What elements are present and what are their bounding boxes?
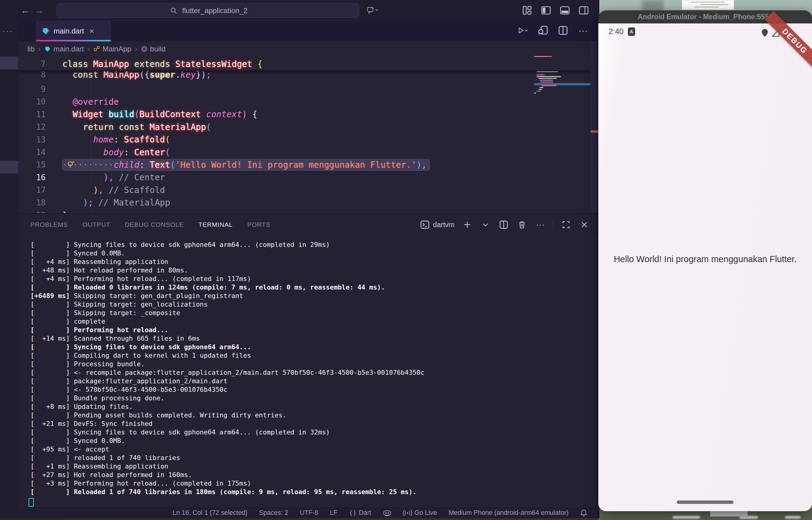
forward-button[interactable]: →	[32, 5, 46, 16]
code-text: }	[62, 210, 67, 213]
more-actions-icon[interactable]: ···	[578, 25, 589, 36]
statusbar-label: UTF-8	[300, 509, 318, 517]
line-number: 19	[18, 211, 46, 213]
toggle-panel-icon[interactable]	[560, 5, 570, 16]
statusbar-go-live[interactable]: Go Live	[403, 509, 437, 517]
command-center-search[interactable]: flutter_application_2	[57, 3, 359, 18]
code-line-18[interactable]: 18 ); // MaterialApp	[18, 197, 590, 209]
terminal-output[interactable]: [ ] Syncing files to device sdk gphone64…	[18, 236, 590, 506]
statusbar-notifications[interactable]	[580, 509, 587, 517]
breadcrumb-item-mainapp[interactable]: MainApp	[93, 45, 132, 53]
tab-close-icon[interactable]: ×	[89, 26, 94, 36]
maximize-panel-icon[interactable]	[561, 219, 572, 230]
terminal-dropdown-icon[interactable]	[480, 219, 491, 230]
open-changes-icon[interactable]	[538, 25, 548, 36]
code-line-16[interactable]: 16 ), // Center	[18, 171, 590, 184]
back-button[interactable]: ←	[18, 5, 32, 16]
breadcrumb-item-main-dart[interactable]: main.dart	[44, 45, 84, 53]
rail-decoration	[0, 161, 18, 174]
terminal-lines: [ ] Syncing files to device sdk gphone64…	[30, 240, 424, 496]
breadcrumb-label: lib	[27, 45, 35, 53]
statusbar-encoding[interactable]: UTF-8	[300, 509, 318, 517]
panel-tab-terminal[interactable]: TERMINAL	[198, 221, 233, 228]
dart-file-icon	[42, 27, 50, 35]
breadcrumb-separator: ›	[38, 45, 40, 53]
code-line-14[interactable]: 14 body: Center(	[18, 146, 590, 159]
terminal-instance-item[interactable]: dartvm	[420, 220, 454, 229]
terminal-line: [ ] Synced 0.0MB.	[30, 249, 424, 258]
emulator-status-bar: 2:40 A	[609, 27, 635, 36]
split-terminal-icon[interactable]	[498, 219, 509, 230]
line-number: 15	[18, 160, 46, 169]
editor-actions: ···	[517, 25, 589, 36]
code-text: ); // MaterialApp	[62, 198, 170, 208]
gesture-navigation-bar[interactable]	[677, 500, 733, 504]
code-line-17[interactable]: 17 ), // Scaffold	[18, 184, 590, 197]
breadcrumb-label: main.dart	[53, 45, 84, 53]
minimap-code-bar	[540, 87, 543, 88]
code-line-12[interactable]: 12 return const MaterialApp(	[18, 121, 590, 133]
statusbar-device-selector[interactable]: Medium Phone (android-arm64 emulator)	[449, 509, 569, 517]
search-value: flutter_application_2	[182, 6, 248, 15]
left-rail: ···	[0, 21, 18, 507]
panel-more-icon[interactable]: ···	[535, 219, 546, 230]
terminal-line: [ +8 ms] Updating files.	[30, 402, 424, 411]
close-panel-icon[interactable]	[579, 219, 590, 230]
terminal-line: [ ] Skipping target: _composite	[30, 309, 424, 317]
terminal-line: [ ] complete	[30, 317, 424, 326]
terminal-line: [ +4 ms] Performing hot reload... (compl…	[30, 275, 424, 283]
code-text: body: Center(	[62, 147, 170, 157]
toggle-secondary-sidebar-icon[interactable]	[578, 5, 589, 16]
code-line-19[interactable]: 19}	[18, 209, 590, 213]
dart-icon	[44, 46, 51, 52]
run-button[interactable]	[517, 25, 529, 36]
kill-terminal-icon[interactable]	[516, 219, 527, 230]
statusbar-cursor-position[interactable]: Ln 16, Col 1 (72 selected)	[172, 509, 247, 517]
toggle-primary-sidebar-icon[interactable]	[541, 5, 551, 16]
code-editor[interactable]: 7class MainApp extends StatelessWidget {…	[18, 57, 590, 213]
code-line-9[interactable]: 9	[18, 83, 590, 96]
minimap-code-bar	[537, 74, 544, 75]
terminal-line: [ +21 ms] DevFS: Sync finished	[30, 419, 424, 428]
code-line-7[interactable]: 7class MainApp extends StatelessWidget {	[18, 57, 590, 70]
breadcrumb: lib›main.dart›MainApp›build	[18, 42, 539, 57]
statusbar-eol[interactable]: LF	[330, 509, 337, 517]
breadcrumb-item-build[interactable]: build	[141, 45, 166, 53]
emulator-screen[interactable]: 2:40 A DEBUG Hello World! Ini program me…	[598, 23, 812, 511]
statusbar-language-mode[interactable]: Dart	[349, 509, 371, 517]
customize-layout-icon[interactable]	[522, 5, 533, 16]
code-line-15[interactable]: 15··········child: Text('Hello World! In…	[18, 158, 590, 171]
line-number: 17	[18, 185, 46, 194]
line-number: 8	[18, 70, 46, 79]
statusbar-copilot[interactable]	[383, 509, 391, 517]
terminal-line: [ ] reloaded 1 of 740 libraries	[30, 453, 424, 462]
terminal-instance-label: dartvm	[433, 221, 454, 229]
panel-tab-ports[interactable]: PORTS	[247, 221, 270, 228]
terminal-line: [ +48 ms] Hot reload performed in 80ms.	[30, 266, 424, 275]
breadcrumb-item-lib[interactable]: lib	[27, 45, 35, 53]
code-line-11[interactable]: 11 Widget build(BuildContext context) {	[18, 108, 590, 121]
terminal-line: [ +4 ms] Reassembling application	[30, 258, 424, 266]
code-line-13[interactable]: 13 home: Scaffold(	[18, 133, 590, 146]
code-line-10[interactable]: 10 @override	[18, 95, 590, 108]
overflow-menu-icon[interactable]: ···	[2, 26, 18, 36]
panel-tab-problems[interactable]: PROBLEMS	[30, 221, 68, 228]
panel-tab-debug-console[interactable]: DEBUG CONSOLE	[125, 221, 184, 228]
chat-icon[interactable]	[367, 5, 378, 16]
editor-scrollbar[interactable]	[590, 42, 598, 213]
panel-tab-output[interactable]: OUTPUT	[82, 221, 110, 228]
rail-decoration	[0, 57, 18, 70]
panel-header: PROBLEMSOUTPUTDEBUG CONSOLETERMINALPORTS…	[18, 214, 598, 236]
lightbulb-icon[interactable]	[66, 160, 76, 169]
split-editor-icon[interactable]	[558, 25, 569, 36]
minimap-code-bar	[540, 80, 553, 81]
terminal-line: [ +27 ms] Hot reload performed in 160ms.	[30, 471, 424, 479]
minimap-code-bar	[538, 78, 557, 79]
status-bar: Ln 16, Col 1 (72 selected)Spaces: 2UTF-8…	[0, 507, 598, 518]
app-message-text: Hello World! Ini program menggunakan Flu…	[598, 254, 812, 264]
new-terminal-icon[interactable]	[462, 219, 472, 230]
panel-tabs: PROBLEMSOUTPUTDEBUG CONSOLETERMINALPORTS	[30, 221, 270, 228]
class-icon	[93, 46, 100, 52]
tab-main-dart[interactable]: main.dart ×	[36, 21, 111, 42]
statusbar-indentation[interactable]: Spaces: 2	[259, 509, 288, 517]
